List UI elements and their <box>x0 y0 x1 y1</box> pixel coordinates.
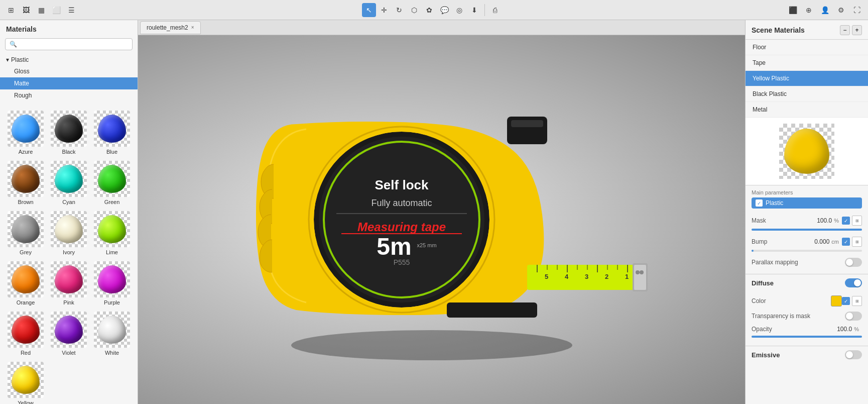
list-item[interactable]: Pink <box>47 258 90 309</box>
mask-map-btn[interactable]: ⊞ <box>852 216 862 226</box>
list-item[interactable]: Orange <box>4 258 47 309</box>
left-toolbar-group: ⊞ 🖼 ▦ ⬜ ☰ <box>4 3 78 17</box>
rough-item[interactable]: Rough <box>0 89 138 102</box>
list-item[interactable]: Lime <box>90 208 134 258</box>
plastic-tag[interactable]: ✓ Plastic <box>752 197 862 209</box>
swatch-thumb-black <box>51 111 87 147</box>
bump-map-btn[interactable]: ⊞ <box>852 237 862 247</box>
svg-text:P555: P555 <box>393 258 410 266</box>
close-tab-btn[interactable]: × <box>191 25 194 30</box>
share-btn[interactable]: ⎙ <box>488 3 502 17</box>
select-tool-btn[interactable]: ↖ <box>362 3 376 17</box>
color-checkbox[interactable]: ✓ <box>842 297 850 305</box>
scene-material-yellow-plastic[interactable]: Yellow Plastic <box>746 71 868 86</box>
rotate-tool-btn[interactable]: ↻ <box>392 3 406 17</box>
swatch-label-yellow: Yellow <box>18 400 33 404</box>
swatch-thumb-purple <box>94 261 130 297</box>
scale-tool-btn[interactable]: ⬡ <box>407 3 421 17</box>
svg-rect-31 <box>634 265 646 290</box>
move-tool-btn[interactable]: ✛ <box>377 3 391 17</box>
add-scene-material-btn[interactable]: + <box>852 25 862 35</box>
bump-slider[interactable] <box>752 250 862 252</box>
svg-text:Self lock: Self lock <box>375 177 428 192</box>
diffuse-section-header: Diffuse <box>746 274 868 289</box>
transparency-param-row: Transparency is mask <box>752 310 862 323</box>
right-panel: Scene Materials − + Floor Tape Yellow Pl… <box>745 20 868 404</box>
parallax-param-row: Parallax mapping <box>752 256 862 269</box>
minimize-scene-btn[interactable]: − <box>840 25 850 35</box>
matte-item[interactable]: Matte <box>0 77 138 89</box>
grid-custom-btn[interactable]: ⬜ <box>49 3 63 17</box>
swatch-label-azure: Azure <box>19 149 33 155</box>
expand-btn[interactable]: ⛶ <box>850 3 864 17</box>
sphere-btn[interactable]: ⊕ <box>802 3 816 17</box>
search-bar <box>0 36 138 54</box>
list-item[interactable]: Violet <box>47 309 90 359</box>
swatch-label-purple: Purple <box>104 299 120 306</box>
list-item[interactable]: Black <box>47 108 90 158</box>
list-item[interactable]: Red <box>4 309 47 359</box>
image-btn[interactable]: 🖼 <box>19 3 33 17</box>
opacity-slider[interactable] <box>752 336 862 338</box>
mask-param-row: Mask 100.0 % ✓ ⊞ <box>752 214 862 228</box>
mask-slider-fill <box>752 229 862 231</box>
viewport-tabs: roulette_mesh2 × <box>138 20 745 35</box>
parallax-toggle[interactable] <box>845 258 862 267</box>
bump-checkbox[interactable]: ✓ <box>842 238 850 246</box>
transparency-toggle[interactable] <box>845 312 862 321</box>
swatch-label-violet: Violet <box>62 350 75 356</box>
list-item[interactable]: White <box>90 309 134 359</box>
grid-2x2-btn[interactable]: ⊞ <box>4 3 18 17</box>
cube-btn[interactable]: ⬛ <box>786 3 800 17</box>
swatch-label-green: Green <box>104 199 120 205</box>
scene-material-black-plastic[interactable]: Black Plastic <box>746 86 868 102</box>
toolbar-sep <box>484 4 485 16</box>
swatch-thumb-blue <box>94 111 130 147</box>
list-item[interactable]: Cyan <box>47 158 90 208</box>
more-tool-btn[interactable]: ⬇ <box>467 3 481 17</box>
list-item[interactable]: Grey <box>4 208 47 258</box>
swatch-label-orange: Orange <box>17 299 35 306</box>
color-map-btn[interactable]: ⊞ <box>852 296 862 306</box>
list-item[interactable]: Blue <box>90 108 134 158</box>
search-input[interactable] <box>5 38 133 50</box>
gloss-item[interactable]: Gloss <box>0 65 138 77</box>
person-btn[interactable]: 👤 <box>818 3 832 17</box>
list-item[interactable]: Ivory <box>47 208 90 258</box>
swatch-label-pink: Pink <box>63 299 74 306</box>
grid-3x3-btn[interactable]: ▦ <box>34 3 48 17</box>
list-item[interactable]: Yellow <box>4 359 47 404</box>
scene-material-tape[interactable]: Tape <box>746 55 868 71</box>
viewport-canvas[interactable]: Self lock Fully automatic Measuring tape… <box>138 35 745 404</box>
scene-material-metal[interactable]: Metal <box>746 102 868 118</box>
bump-param-unit: cm <box>831 239 839 245</box>
swatch-label-red: Red <box>21 350 31 356</box>
menu-btn[interactable]: ☰ <box>64 3 78 17</box>
rig-tool-btn[interactable]: ✿ <box>422 3 436 17</box>
list-item[interactable]: Brown <box>4 158 47 208</box>
swatch-label-black: Black <box>62 149 76 155</box>
list-item[interactable]: Azure <box>4 108 47 158</box>
mask-checkbox[interactable]: ✓ <box>842 217 850 225</box>
diffuse-toggle[interactable] <box>845 278 862 287</box>
swatch-label-cyan: Cyan <box>62 199 75 205</box>
swatch-thumb-white <box>94 312 130 348</box>
diffuse-color-swatch[interactable] <box>831 295 842 307</box>
emissive-toggle[interactable] <box>845 350 862 359</box>
viewport-tab[interactable]: roulette_mesh2 × <box>140 21 201 34</box>
target-tool-btn[interactable]: ◎ <box>452 3 466 17</box>
right-panel-actions: − + <box>840 25 862 35</box>
list-item[interactable]: Green <box>90 158 134 208</box>
mask-slider[interactable] <box>752 229 862 231</box>
chevron-down-icon: ▾ <box>6 56 9 63</box>
plastic-group-header[interactable]: ▾ Plastic <box>0 54 138 65</box>
color-param-name: Color <box>752 297 831 305</box>
chat-tool-btn[interactable]: 💬 <box>437 3 451 17</box>
scene-material-floor[interactable]: Floor <box>746 40 868 55</box>
list-item[interactable]: Purple <box>90 258 134 309</box>
main-parameters-label: Main parameters <box>752 189 862 195</box>
svg-text:4: 4 <box>565 273 569 280</box>
opacity-param-unit: % <box>854 326 859 332</box>
plastic-checkbox[interactable]: ✓ <box>756 199 763 207</box>
settings-btn[interactable]: ⚙ <box>834 3 848 17</box>
